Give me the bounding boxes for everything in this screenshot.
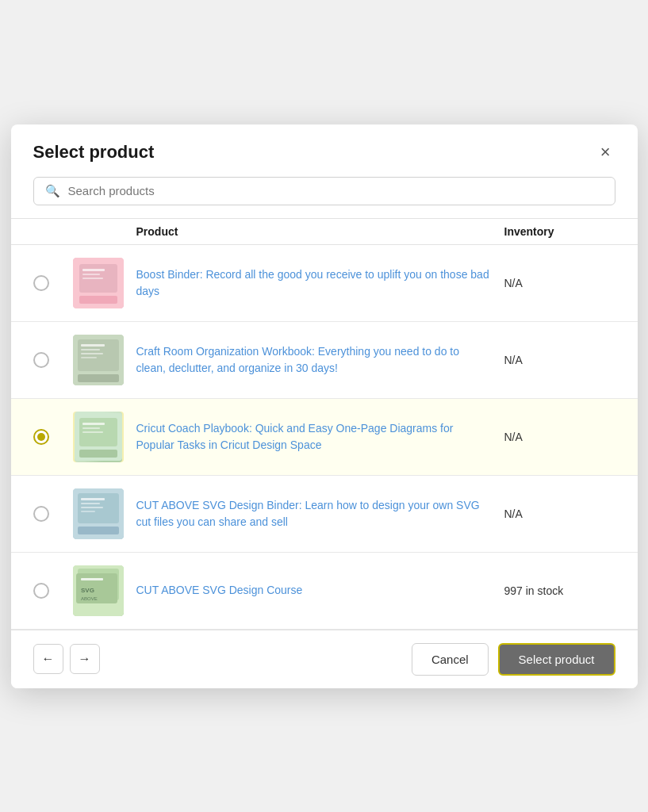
svg-text:SVG: SVG (81, 587, 94, 594)
svg-rect-3 (82, 274, 100, 275)
search-input-wrap: 🔍 (33, 177, 615, 205)
svg-rect-25 (78, 527, 119, 534)
thumb-image-4 (73, 488, 124, 539)
svg-rect-17 (82, 431, 103, 433)
svg-rect-22 (81, 503, 100, 504)
svg-rect-4 (82, 278, 103, 279)
product-thumbnail-selected (73, 412, 124, 462)
col-inventory-header: Inventory (504, 225, 615, 238)
svg-rect-8 (81, 344, 105, 347)
svg-rect-18 (79, 450, 117, 458)
thumb-svg-3 (75, 413, 122, 461)
col-product-header: Product (136, 225, 504, 238)
radio-button[interactable] (33, 275, 49, 291)
product-thumbnail: SVG ABOVE (73, 565, 124, 616)
product-list: Boost Binder: Record all the good you re… (11, 245, 638, 630)
pagination: ← → (33, 644, 100, 674)
radio-wrap[interactable] (33, 429, 73, 445)
col-image (73, 225, 136, 238)
cancel-button[interactable]: Cancel (412, 643, 489, 676)
radio-button[interactable] (33, 352, 49, 368)
radio-button-selected[interactable] (33, 429, 49, 445)
thumb-svg-2 (73, 335, 124, 385)
svg-rect-16 (82, 427, 100, 429)
svg-rect-12 (78, 374, 119, 382)
inventory-value: N/A (504, 431, 615, 443)
product-name: Cricut Coach Playbook: Quick and Easy On… (136, 420, 504, 454)
svg-rect-9 (81, 349, 100, 350)
action-buttons: Cancel Select product (412, 643, 615, 676)
product-name: Craft Room Organization Workbook: Everyt… (136, 343, 504, 377)
svg-rect-29 (81, 578, 103, 580)
search-input[interactable] (68, 184, 604, 197)
thumb-image-3 (75, 412, 122, 462)
select-product-button[interactable]: Select product (498, 643, 615, 676)
product-thumbnail (73, 335, 124, 385)
thumb-svg-4 (73, 488, 124, 539)
modal-header: Select product × (11, 124, 638, 177)
thumb-svg-1 (73, 258, 124, 308)
table-row[interactable]: CUT ABOVE SVG Design Binder: Learn how t… (11, 476, 638, 553)
product-name: Boost Binder: Record all the good you re… (136, 266, 504, 300)
product-thumbnail (73, 258, 124, 308)
radio-wrap[interactable] (33, 506, 73, 522)
table-header: Product Inventory (11, 218, 638, 245)
radio-inner (37, 433, 45, 441)
inventory-value: 997 in stock (504, 584, 615, 597)
next-page-button[interactable]: → (70, 644, 100, 674)
radio-wrap[interactable] (33, 275, 73, 291)
thumb-image-5: SVG ABOVE (73, 565, 124, 616)
radio-button[interactable] (33, 506, 49, 522)
col-radio (33, 225, 73, 238)
prev-page-button[interactable]: ← (33, 644, 63, 674)
svg-rect-23 (81, 507, 103, 508)
svg-text:ABOVE: ABOVE (81, 596, 98, 601)
product-name: CUT ABOVE SVG Design Binder: Learn how t… (136, 497, 504, 530)
svg-rect-11 (81, 357, 97, 358)
modal-title: Select product (33, 142, 155, 163)
radio-wrap[interactable] (33, 583, 73, 599)
table-row[interactable]: Boost Binder: Record all the good you re… (11, 245, 638, 322)
radio-wrap[interactable] (33, 352, 73, 368)
svg-rect-24 (81, 511, 95, 512)
svg-rect-15 (82, 423, 105, 425)
table-row[interactable]: Cricut Coach Playbook: Quick and Easy On… (11, 399, 638, 476)
thumb-image-2 (73, 335, 124, 385)
search-icon: 🔍 (45, 184, 60, 198)
table-row[interactable]: Craft Room Organization Workbook: Everyt… (11, 322, 638, 399)
thumb-svg-5: SVG ABOVE (73, 565, 124, 616)
product-name: CUT ABOVE SVG Design Course (136, 582, 504, 599)
modal-footer: ← → Cancel Select product (11, 630, 638, 688)
svg-rect-21 (81, 498, 105, 500)
radio-button[interactable] (33, 583, 49, 599)
thumb-image-1 (73, 258, 124, 308)
close-button[interactable]: × (596, 142, 615, 163)
inventory-value: N/A (504, 508, 615, 520)
svg-rect-2 (82, 269, 105, 271)
svg-rect-5 (79, 296, 117, 304)
inventory-value: N/A (504, 354, 615, 366)
table-row[interactable]: SVG ABOVE CUT ABOVE SVG Design Course 99… (11, 553, 638, 630)
select-product-modal: Select product × 🔍 Product Inventory (11, 124, 638, 688)
search-bar: 🔍 (11, 177, 638, 218)
inventory-value: N/A (504, 277, 615, 289)
product-thumbnail (73, 488, 124, 539)
svg-rect-10 (81, 353, 103, 354)
